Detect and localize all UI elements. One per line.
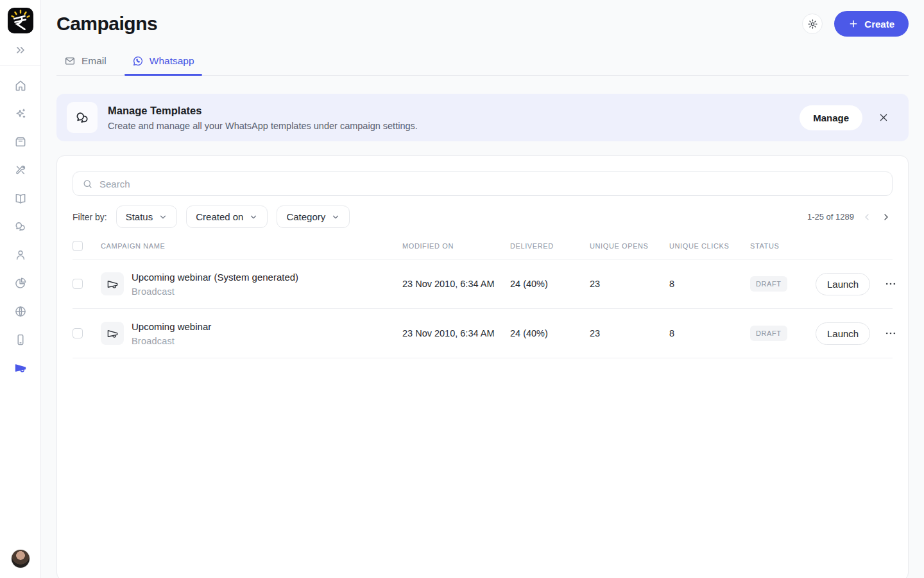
brand-logo-icon xyxy=(8,8,33,33)
home-icon xyxy=(14,79,27,92)
unique-clicks-value: 8 xyxy=(669,328,750,338)
sidebar-item-inbox[interactable] xyxy=(14,136,27,148)
tab-email[interactable]: Email xyxy=(56,50,114,75)
sidebar-item-analytics[interactable] xyxy=(14,277,27,290)
unique-clicks-value: 8 xyxy=(669,279,750,289)
column-header-status: Status xyxy=(750,242,816,250)
book-open-icon xyxy=(14,192,27,205)
search-icon xyxy=(82,179,93,189)
row-actions: Launch xyxy=(816,322,900,345)
delivered-value: 24 (40%) xyxy=(510,328,590,338)
filter-category-label: Category xyxy=(286,211,325,222)
page-title: Campaigns xyxy=(56,13,802,35)
sidebar-item-ai[interactable] xyxy=(14,107,27,120)
chevron-left-icon xyxy=(862,212,872,222)
tab-whatsapp[interactable]: Whatsapp xyxy=(124,50,202,75)
table-header-row: Campaign name Modified on Delivered Uniq… xyxy=(73,237,893,259)
chat-bubbles-icon xyxy=(74,110,90,125)
manage-button[interactable]: Manage xyxy=(800,105,862,130)
channel-tabs: Email Whatsapp xyxy=(56,50,909,76)
megaphone-icon xyxy=(107,328,119,340)
sidebar-collapse-button[interactable] xyxy=(14,44,27,57)
row-menu-button[interactable] xyxy=(882,275,900,293)
user-icon xyxy=(14,249,27,261)
row-checkbox[interactable] xyxy=(73,328,83,338)
banner-title: Manage Templates xyxy=(108,105,418,117)
launch-button[interactable]: Launch xyxy=(816,273,870,295)
gear-icon xyxy=(807,19,818,30)
settings-button[interactable] xyxy=(802,13,823,34)
create-button[interactable]: Create xyxy=(834,11,909,37)
campaign-name-block: Upcoming webinar (System generated) Broa… xyxy=(132,272,298,297)
sidebar-item-tools[interactable] xyxy=(14,164,27,177)
banner-description: Create and manage all your WhatsApp temp… xyxy=(108,121,418,131)
user-avatar[interactable] xyxy=(12,550,30,568)
tools-icon xyxy=(14,164,27,177)
sidebar-item-mobile[interactable] xyxy=(14,333,27,346)
sidebar-item-conversations[interactable] xyxy=(14,220,27,233)
search-input[interactable] xyxy=(99,179,883,189)
campaign-name-block: Upcoming webinar Broadcast xyxy=(132,321,211,346)
table-row[interactable]: Upcoming webinar (System generated) Broa… xyxy=(73,259,893,309)
campaigns-card: Filter by: Status Created on Category xyxy=(56,155,909,578)
filter-created-on[interactable]: Created on xyxy=(186,206,268,228)
search-box xyxy=(73,171,893,196)
modified-on-value: 23 Nov 2010, 6:34 AM xyxy=(402,328,510,338)
column-header-unique-clicks: Unique clicks xyxy=(669,242,750,250)
chevron-down-icon xyxy=(331,213,340,222)
table-row[interactable]: Upcoming webinar Broadcast 23 Nov 2010, … xyxy=(73,309,893,358)
chevron-down-icon xyxy=(249,213,258,222)
launch-button[interactable]: Launch xyxy=(816,322,870,345)
chevrons-right-icon xyxy=(14,44,27,57)
delivered-value: 24 (40%) xyxy=(510,279,590,289)
app-logo xyxy=(8,8,33,33)
megaphone-icon xyxy=(107,278,119,290)
campaign-name-cell: Upcoming webinar Broadcast xyxy=(101,321,402,346)
chevron-right-icon xyxy=(881,212,891,222)
sidebar-item-knowledge[interactable] xyxy=(14,192,27,205)
column-header-modified-on: Modified on xyxy=(402,242,510,250)
filter-status-label: Status xyxy=(126,211,153,222)
close-icon xyxy=(878,112,889,123)
chevron-down-icon xyxy=(158,213,167,222)
sidebar-item-contacts[interactable] xyxy=(14,249,27,261)
pagination-label: 1-25 of 1289 xyxy=(807,212,854,222)
chat-bubbles-icon xyxy=(14,220,27,233)
sidebar xyxy=(0,0,41,578)
column-header-campaign-name: Campaign name xyxy=(101,242,402,250)
row-menu-button[interactable] xyxy=(882,324,900,342)
ellipsis-icon xyxy=(884,277,897,290)
filter-category[interactable]: Category xyxy=(277,206,350,228)
sidebar-nav xyxy=(14,79,27,374)
campaign-name-cell: Upcoming webinar (System generated) Broa… xyxy=(101,272,402,297)
unique-opens-value: 23 xyxy=(590,279,669,289)
select-all-checkbox[interactable] xyxy=(73,241,83,251)
sparkles-icon xyxy=(14,107,27,120)
campaigns-table: Campaign name Modified on Delivered Uniq… xyxy=(73,237,893,358)
page-header: Campaigns Create xyxy=(56,10,909,37)
pagination-prev-button[interactable] xyxy=(860,211,873,223)
smartphone-icon xyxy=(14,333,27,346)
row-checkbox[interactable] xyxy=(73,279,83,289)
filter-row: Filter by: Status Created on Category xyxy=(73,206,893,228)
pagination-next-button[interactable] xyxy=(880,211,893,223)
pagination: 1-25 of 1289 xyxy=(807,211,893,223)
status-badge: DRAFT xyxy=(750,326,787,341)
banner-text: Manage Templates Create and manage all y… xyxy=(108,105,418,131)
column-header-unique-opens: Unique opens xyxy=(590,242,669,250)
manage-templates-banner: Manage Templates Create and manage all y… xyxy=(56,94,909,141)
modified-on-value: 23 Nov 2010, 6:34 AM xyxy=(402,279,510,289)
pie-chart-icon xyxy=(14,277,27,290)
banner-close-button[interactable] xyxy=(878,112,889,123)
campaign-name: Upcoming webinar (System generated) xyxy=(132,272,298,283)
sidebar-item-campaigns[interactable] xyxy=(14,362,27,374)
filter-status[interactable]: Status xyxy=(116,206,178,228)
campaign-icon-box xyxy=(101,322,124,345)
sidebar-item-home[interactable] xyxy=(14,79,27,92)
unique-opens-value: 23 xyxy=(590,328,669,338)
sidebar-item-website[interactable] xyxy=(14,305,27,318)
sidebar-divider xyxy=(0,66,41,66)
campaign-icon-box xyxy=(101,272,124,295)
row-actions: Launch xyxy=(816,273,900,295)
ellipsis-icon xyxy=(884,327,897,340)
